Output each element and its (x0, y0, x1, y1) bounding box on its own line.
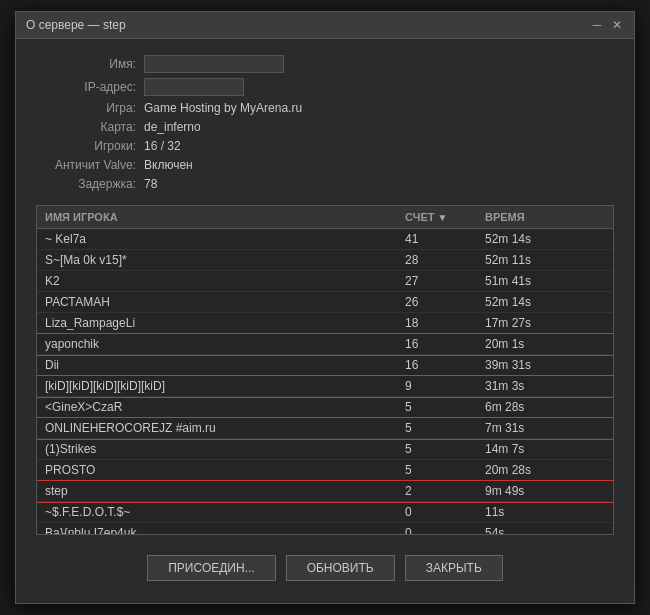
col-time: ВРЕМЯ (485, 211, 605, 223)
table-row[interactable]: Ba}{nblu I7ep4uk054s (37, 523, 613, 535)
player-time: 52m 14s (485, 232, 605, 246)
table-row[interactable]: S~[Ma 0k v15]*2852m 11s (37, 250, 613, 271)
player-score: 0 (405, 505, 485, 519)
player-time: 31m 3s (485, 379, 605, 393)
player-time: 17m 27s (485, 316, 605, 330)
player-score: 2 (405, 484, 485, 498)
game-value: Game Hosting by MyArena.ru (144, 101, 302, 115)
refresh-button[interactable]: ОБНОВИТЬ (286, 555, 395, 581)
player-score: 28 (405, 253, 485, 267)
player-name: ~$.F.E.D.O.T.$~ (45, 505, 405, 519)
player-name: [kiD][kiD][kiD][kiD][kiD] (45, 379, 405, 393)
latency-row: Задержка: 78 (36, 177, 614, 191)
name-row: Имя: (36, 55, 614, 73)
player-time: 52m 14s (485, 295, 605, 309)
players-row: Игроки: 16 / 32 (36, 139, 614, 153)
sort-arrow-icon: ▼ (437, 212, 447, 223)
player-time: 51m 41s (485, 274, 605, 288)
server-info-section: Имя: IP-адрес: Игра: Game Hosting by MyA… (36, 55, 614, 191)
table-row[interactable]: <GineX>CzaR56m 28s (37, 397, 613, 418)
window-title: О сервере — step (26, 18, 126, 32)
col-name: ИМЯ ИГРОКА (45, 211, 405, 223)
player-score: 5 (405, 421, 485, 435)
players-value: 16 / 32 (144, 139, 181, 153)
player-score: 5 (405, 463, 485, 477)
table-row[interactable]: Liza_RampageLi1817m 27s (37, 313, 613, 334)
player-time: 7m 31s (485, 421, 605, 435)
title-bar-controls: ─ ✕ (590, 18, 624, 32)
player-score: 16 (405, 337, 485, 351)
player-score: 0 (405, 526, 485, 535)
player-name: Ba}{nblu I7ep4uk (45, 526, 405, 535)
player-time: 11s (485, 505, 605, 519)
player-time: 6m 28s (485, 400, 605, 414)
anticheat-label: Античит Valve: (36, 158, 136, 172)
player-score: 41 (405, 232, 485, 246)
player-name: K2 (45, 274, 405, 288)
player-name: (1)Strikes (45, 442, 405, 456)
player-name: <GineX>CzaR (45, 400, 405, 414)
player-time: 14m 7s (485, 442, 605, 456)
player-score: 9 (405, 379, 485, 393)
close-button-footer[interactable]: ЗАКРЫТЬ (405, 555, 503, 581)
player-time: 39m 31s (485, 358, 605, 372)
table-row[interactable]: K22751m 41s (37, 271, 613, 292)
player-time: 20m 1s (485, 337, 605, 351)
table-row[interactable]: РАСТАМАН2652m 14s (37, 292, 613, 313)
table-row[interactable]: ~$.F.E.D.O.T.$~011s (37, 502, 613, 523)
name-value (144, 55, 284, 73)
players-label: Игроки: (36, 139, 136, 153)
table-row[interactable]: yaponchik1620m 1s (37, 334, 613, 355)
col-score: СЧЕТ ▼ (405, 211, 485, 223)
game-label: Игра: (36, 101, 136, 115)
player-name: Liza_RampageLi (45, 316, 405, 330)
player-name: step (45, 484, 405, 498)
anticheat-value: Включен (144, 158, 193, 172)
player-name: ONLINEHEROCOREJZ #aim.ru (45, 421, 405, 435)
player-score: 18 (405, 316, 485, 330)
ip-row: IP-адрес: (36, 78, 614, 96)
player-time: 9m 49s (485, 484, 605, 498)
minimize-button[interactable]: ─ (590, 18, 604, 32)
player-score: 16 (405, 358, 485, 372)
map-row: Карта: de_inferno (36, 120, 614, 134)
player-time: 52m 11s (485, 253, 605, 267)
player-name: ~ Kel7a (45, 232, 405, 246)
table-row[interactable]: step29m 49s (37, 481, 613, 502)
anticheat-row: Античит Valve: Включен (36, 158, 614, 172)
ip-value (144, 78, 244, 96)
player-table: ИМЯ ИГРОКА СЧЕТ ▼ ВРЕМЯ ~ Kel7a4152m 14s… (36, 205, 614, 535)
player-time: 54s (485, 526, 605, 535)
table-row[interactable]: ~ Kel7a4152m 14s (37, 229, 613, 250)
close-button[interactable]: ✕ (610, 18, 624, 32)
table-row[interactable]: Dii1639m 31s (37, 355, 613, 376)
table-row[interactable]: PROSTO520m 28s (37, 460, 613, 481)
table-row[interactable]: (1)Strikes514m 7s (37, 439, 613, 460)
content-area: Имя: IP-адрес: Игра: Game Hosting by MyA… (16, 39, 634, 603)
table-body: ~ Kel7a4152m 14sS~[Ma 0k v15]*2852m 11sK… (37, 229, 613, 535)
player-name: Dii (45, 358, 405, 372)
name-label: Имя: (36, 57, 136, 71)
game-row: Игра: Game Hosting by MyArena.ru (36, 101, 614, 115)
player-name: PROSTO (45, 463, 405, 477)
ip-label: IP-адрес: (36, 80, 136, 94)
map-value: de_inferno (144, 120, 201, 134)
player-score: 26 (405, 295, 485, 309)
player-name: S~[Ma 0k v15]* (45, 253, 405, 267)
table-header: ИМЯ ИГРОКА СЧЕТ ▼ ВРЕМЯ (37, 206, 613, 229)
table-row[interactable]: [kiD][kiD][kiD][kiD][kiD]931m 3s (37, 376, 613, 397)
player-name: РАСТАМАН (45, 295, 405, 309)
player-name: yaponchik (45, 337, 405, 351)
join-button[interactable]: ПРИСОЕДИН... (147, 555, 275, 581)
player-score: 27 (405, 274, 485, 288)
player-score: 5 (405, 400, 485, 414)
title-bar: О сервере — step ─ ✕ (16, 12, 634, 39)
server-info-window: О сервере — step ─ ✕ Имя: IP-адрес: Игра… (15, 11, 635, 604)
latency-label: Задержка: (36, 177, 136, 191)
player-score: 5 (405, 442, 485, 456)
table-row[interactable]: ONLINEHEROCOREJZ #aim.ru57m 31s (37, 418, 613, 439)
footer-buttons: ПРИСОЕДИН... ОБНОВИТЬ ЗАКРЫТЬ (36, 547, 614, 593)
latency-value: 78 (144, 177, 157, 191)
map-label: Карта: (36, 120, 136, 134)
player-time: 20m 28s (485, 463, 605, 477)
